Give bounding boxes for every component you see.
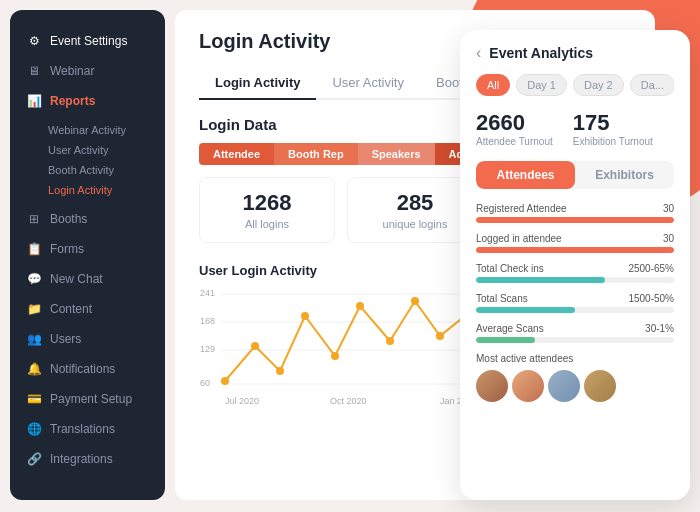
bell-icon: 🔔	[26, 361, 42, 377]
sidebar-sub-user-activity[interactable]: User Activity	[48, 140, 165, 160]
svg-text:129: 129	[200, 344, 215, 354]
sidebar-sub-login-activity[interactable]: Login Activity	[48, 180, 165, 200]
svg-point-13	[356, 302, 364, 310]
metric-total-scans: Total Scans 1500-50%	[476, 293, 674, 313]
analytics-header: ‹ Event Analytics	[476, 44, 674, 62]
metric-label: Average Scans	[476, 323, 544, 334]
metric-value: 30-1%	[645, 323, 674, 334]
metric-bar-bg	[476, 307, 674, 313]
avatar	[476, 370, 508, 402]
metric-value: 2500-65%	[628, 263, 674, 274]
svg-text:241: 241	[200, 288, 215, 298]
day-2-btn[interactable]: Day 2	[573, 74, 624, 96]
stat-value-all-logins: 1268	[212, 190, 322, 216]
metric-average-scans: Average Scans 30-1%	[476, 323, 674, 343]
sidebar-item-new-chat[interactable]: 💬 New Chat	[10, 264, 165, 294]
analytics-title: Event Analytics	[489, 45, 593, 61]
sidebar-item-forms[interactable]: 📋 Forms	[10, 234, 165, 264]
svg-point-9	[251, 342, 259, 350]
exhibition-turnout-value: 175	[573, 110, 653, 136]
metric-bar-fill	[476, 337, 535, 343]
stat-value-unique-logins: 285	[360, 190, 470, 216]
day-filter: All Day 1 Day 2 Da...	[476, 74, 674, 96]
stat-label-unique-logins: unique logins	[360, 218, 470, 230]
metric-label: Total Scans	[476, 293, 528, 304]
sidebar-item-users[interactable]: 👥 Users	[10, 324, 165, 354]
tab-user-activity[interactable]: User Activity	[316, 67, 420, 100]
svg-point-15	[411, 297, 419, 305]
svg-text:Oct 2020: Oct 2020	[330, 396, 367, 406]
sidebar-sub-booth-activity[interactable]: Booth Activity	[48, 160, 165, 180]
sidebar-item-reports[interactable]: 📊 Reports	[10, 86, 165, 116]
metric-bar-fill	[476, 247, 674, 253]
metric-bar-fill	[476, 307, 575, 313]
payment-icon: 💳	[26, 391, 42, 407]
avatar	[548, 370, 580, 402]
metric-bar-fill	[476, 217, 674, 223]
avatar	[584, 370, 616, 402]
metric-bar-bg	[476, 337, 674, 343]
attendee-turnout-value: 2660	[476, 110, 553, 136]
users-icon: 👥	[26, 331, 42, 347]
svg-text:168: 168	[200, 316, 215, 326]
metric-label: Registered Attendee	[476, 203, 567, 214]
analytics-panel: ‹ Event Analytics All Day 1 Day 2 Da... …	[460, 30, 690, 500]
pill-speakers[interactable]: Speakers	[358, 143, 435, 165]
sidebar-item-translations[interactable]: 🌐 Translations	[10, 414, 165, 444]
svg-point-11	[301, 312, 309, 320]
sidebar-sub-webinar-activity[interactable]: Webinar Activity	[48, 120, 165, 140]
metric-registered-attendee: Registered Attendee 30	[476, 203, 674, 223]
pill-boothrep[interactable]: Booth Rep	[274, 143, 358, 165]
grid-icon: ⊞	[26, 211, 42, 227]
metric-value: 30	[663, 233, 674, 244]
integration-icon: 🔗	[26, 451, 42, 467]
svg-point-16	[436, 332, 444, 340]
monitor-icon: 🖥	[26, 63, 42, 79]
sidebar-item-webinar[interactable]: 🖥 Webinar	[10, 56, 165, 86]
content-icon: 📁	[26, 301, 42, 317]
metric-bar-bg	[476, 217, 674, 223]
toggle-attendees[interactable]: Attendees	[476, 161, 575, 189]
exhibition-turnout-label: Exhibition Turnout	[573, 136, 653, 147]
form-icon: 📋	[26, 241, 42, 257]
avatars-row	[476, 370, 674, 402]
back-icon[interactable]: ‹	[476, 44, 481, 62]
stat-label-all-logins: All logins	[212, 218, 322, 230]
attendee-turnout-label: Attendee Turnout	[476, 136, 553, 147]
metric-logged-in-attendee: Logged in attendee 30	[476, 233, 674, 253]
attendee-turnout: 2660 Attendee Turnout	[476, 110, 553, 147]
metric-bar-bg	[476, 247, 674, 253]
exhibition-turnout: 175 Exhibition Turnout	[573, 110, 653, 147]
day-more-btn[interactable]: Da...	[630, 74, 674, 96]
sidebar-item-content[interactable]: 📁 Content	[10, 294, 165, 324]
sidebar-sub-reports: Webinar Activity User Activity Booth Act…	[10, 116, 165, 204]
toggle-exhibitors[interactable]: Exhibitors	[575, 161, 674, 189]
day-1-btn[interactable]: Day 1	[516, 74, 567, 96]
svg-point-8	[221, 377, 229, 385]
tab-login-activity[interactable]: Login Activity	[199, 67, 316, 100]
gear-icon: ⚙	[26, 33, 42, 49]
stat-all-logins: 1268 All logins	[199, 177, 335, 243]
sidebar-item-event-settings[interactable]: ⚙ Event Settings	[10, 26, 165, 56]
sidebar: ⚙ Event Settings 🖥 Webinar 📊 Reports Web…	[10, 10, 165, 500]
metric-value: 1500-50%	[628, 293, 674, 304]
turnout-row: 2660 Attendee Turnout 175 Exhibition Tur…	[476, 110, 674, 147]
svg-point-14	[386, 337, 394, 345]
attendees-exhibitors-toggle: Attendees Exhibitors	[476, 161, 674, 189]
sidebar-item-notifications[interactable]: 🔔 Notifications	[10, 354, 165, 384]
svg-point-12	[331, 352, 339, 360]
sidebar-item-booths[interactable]: ⊞ Booths	[10, 204, 165, 234]
chart-icon: 📊	[26, 93, 42, 109]
sidebar-item-integrations[interactable]: 🔗 Integrations	[10, 444, 165, 474]
pill-attendee[interactable]: Attendee	[199, 143, 274, 165]
sidebar-item-payment-setup[interactable]: 💳 Payment Setup	[10, 384, 165, 414]
chat-icon: 💬	[26, 271, 42, 287]
metric-bar-fill	[476, 277, 605, 283]
svg-point-10	[276, 367, 284, 375]
svg-text:Jul 2020: Jul 2020	[225, 396, 259, 406]
metric-value: 30	[663, 203, 674, 214]
translate-icon: 🌐	[26, 421, 42, 437]
metric-bar-bg	[476, 277, 674, 283]
most-active-label: Most active attendees	[476, 353, 674, 364]
day-all-btn[interactable]: All	[476, 74, 510, 96]
